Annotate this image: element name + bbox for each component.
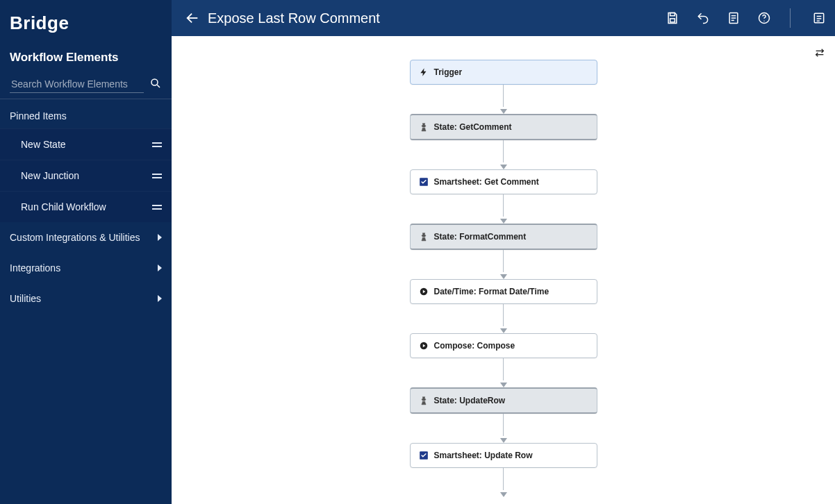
chevron-down-icon [500, 219, 507, 224]
state-icon [419, 396, 429, 405]
chevron-down-icon [500, 383, 507, 387]
panel-toggle-icon[interactable] [811, 10, 827, 26]
workflow-flow: Trigger State: GetComment Smartsheet: Ge… [410, 60, 597, 497]
node-label: Trigger [434, 67, 463, 77]
chevron-down-icon [500, 274, 507, 279]
pinned-item-label: Run Child Workflow [21, 201, 106, 212]
node-action-format-datetime[interactable]: Date/Time: Format Date/Time [410, 279, 597, 304]
back-button[interactable] [180, 6, 205, 31]
node-label: Smartsheet: Get Comment [434, 177, 539, 187]
connector [503, 250, 504, 279]
drag-handle-icon[interactable] [152, 205, 162, 210]
node-state-formatcomment[interactable]: State: FormatComment [410, 224, 597, 250]
chevron-down-icon [500, 328, 507, 333]
run-log-icon[interactable] [726, 10, 741, 26]
smartsheet-icon [419, 177, 429, 187]
chevron-down-icon [500, 438, 507, 443]
connector [503, 194, 504, 224]
node-label: Date/Time: Format Date/Time [434, 287, 549, 296]
pinned-item-label: New Junction [21, 170, 79, 181]
chevron-right-icon [158, 295, 162, 302]
pinned-item-run-child-workflow[interactable]: Run Child Workflow [0, 191, 172, 222]
connector [503, 85, 504, 114]
search-icon[interactable] [149, 77, 162, 92]
swap-arrows-icon[interactable] [810, 43, 829, 62]
help-icon[interactable] [757, 10, 772, 26]
topbar: Expose Last Row Comment [172, 0, 835, 36]
smartsheet-icon [419, 451, 429, 460]
svg-point-10 [763, 21, 764, 22]
top-actions [665, 8, 827, 28]
node-label: State: FormatComment [434, 232, 527, 242]
category-integrations[interactable]: Integrations [0, 253, 172, 283]
category-utilities[interactable]: Utilities [0, 283, 172, 314]
category-custom-integrations[interactable]: Custom Integrations & Utilities [0, 222, 172, 253]
category-label: Integrations [10, 262, 60, 274]
sidebar: Bridge Workflow Elements Pinned Items Ne… [0, 0, 172, 504]
bolt-icon [419, 67, 429, 77]
node-label: State: UpdateRow [434, 396, 506, 405]
state-icon [419, 122, 429, 132]
search-input[interactable] [10, 76, 144, 93]
pinned-item-label: New State [21, 139, 66, 150]
svg-rect-3 [670, 13, 675, 16]
chevron-down-icon [500, 165, 507, 169]
chevron-down-icon [500, 492, 507, 497]
connector [503, 304, 504, 333]
node-state-getcomment[interactable]: State: GetComment [410, 114, 597, 140]
node-label: State: GetComment [434, 122, 512, 132]
category-label: Custom Integrations & Utilities [10, 232, 140, 243]
connector [503, 414, 504, 443]
drag-handle-icon[interactable] [152, 142, 162, 147]
search-wrap [0, 72, 172, 99]
sidebar-title: Workflow Elements [0, 41, 172, 72]
node-action-update-row[interactable]: Smartsheet: Update Row [410, 443, 597, 468]
state-icon [419, 232, 429, 242]
svg-rect-4 [670, 19, 675, 22]
category-label: Utilities [10, 293, 41, 304]
pinned-heading: Pinned Items [0, 103, 172, 128]
pinned-item-new-junction[interactable]: New Junction [0, 160, 172, 191]
page-title: Expose Last Row Comment [208, 10, 665, 26]
pinned-list: New State New Junction Run Child Workflo… [0, 128, 172, 222]
drag-handle-icon[interactable] [152, 174, 162, 178]
connector [503, 468, 504, 497]
node-label: Smartsheet: Update Row [434, 451, 533, 460]
connector [503, 358, 504, 387]
main: Expose Last Row Comment [172, 0, 835, 504]
undo-icon[interactable] [695, 10, 711, 26]
category-list: Custom Integrations & Utilities Integrat… [0, 222, 172, 314]
play-icon [419, 287, 429, 296]
chevron-down-icon [500, 109, 507, 114]
node-state-updaterow[interactable]: State: UpdateRow [410, 387, 597, 414]
chevron-right-icon [158, 264, 162, 271]
toolbar-divider [790, 8, 791, 28]
svg-line-1 [157, 85, 160, 87]
app-logo: Bridge [0, 0, 172, 41]
node-label: Compose: Compose [434, 341, 515, 351]
node-action-compose[interactable]: Compose: Compose [410, 333, 597, 358]
connector [503, 140, 504, 169]
pinned-item-new-state[interactable]: New State [0, 128, 172, 160]
play-icon [419, 341, 429, 351]
chevron-right-icon [158, 234, 162, 241]
canvas[interactable]: Trigger State: GetComment Smartsheet: Ge… [172, 36, 835, 504]
node-action-get-comment[interactable]: Smartsheet: Get Comment [410, 169, 597, 194]
node-trigger[interactable]: Trigger [410, 60, 597, 85]
save-icon[interactable] [665, 10, 680, 26]
svg-point-0 [151, 79, 158, 85]
